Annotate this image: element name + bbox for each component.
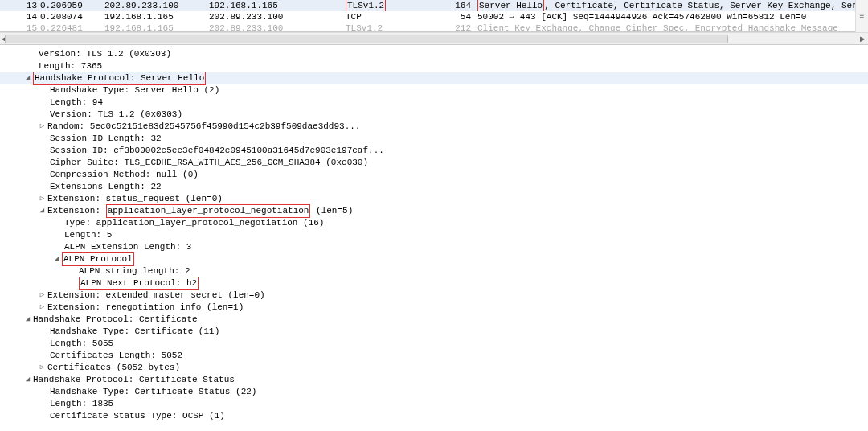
extension-status-request: Extension: status_request (len=0)	[47, 193, 223, 205]
expand-icon[interactable]: ◢	[24, 374, 31, 386]
field-length: Length: 94	[39, 96, 103, 109]
col-no: 15	[0, 23, 40, 32]
tree-row[interactable]: Extensions Length: 22	[0, 181, 868, 193]
tree-row[interactable]: ▷Certificates (5052 bytes)	[0, 362, 868, 374]
expand-icon[interactable]: ▷	[39, 193, 46, 205]
field-length: Length: 7365	[39, 60, 102, 72]
col-src: 202.89.233.100	[104, 0, 209, 11]
field-handshake-type: Handshake Type: Server Hello (2)	[39, 84, 219, 96]
expand-icon[interactable]: ◢	[39, 205, 46, 217]
tree-row[interactable]: Version: TLS 1.2 (0x0303)	[0, 109, 868, 121]
col-info: 50002 → 443 [ACK] Seq=1444944926 Ack=457…	[474, 11, 868, 23]
highlight-info: Server Hello	[477, 0, 544, 11]
tree-row[interactable]: ▷Random: 5ec0c52151e83d2545756f45990d154…	[0, 121, 868, 133]
tree-row[interactable]: Length: 5	[0, 229, 868, 241]
tree-row[interactable]: Type: application_layer_protocol_negotia…	[0, 217, 868, 229]
col-length: 164	[442, 0, 474, 11]
field-handshake-type: Handshake Type: Certificate Status (22)	[39, 386, 256, 398]
tree-row[interactable]: ◢ Extension: application_layer_protocol_…	[0, 205, 868, 217]
scroll-thumb[interactable]	[5, 35, 728, 43]
field-certificates-length: Certificates Length: 5052	[39, 350, 182, 362]
tree-row[interactable]: ▷Extension: status_request (len=0)	[0, 193, 868, 205]
col-protocol: TLSv1.2	[346, 0, 442, 11]
tree-row[interactable]: ◢Handshake Protocol: Certificate Status	[0, 374, 868, 386]
tree-row[interactable]: Session ID Length: 32	[0, 133, 868, 145]
tree-row[interactable]: Handshake Type: Certificate Status (22)	[0, 386, 868, 398]
col-protocol: TLSv1.2	[346, 23, 442, 32]
tree-row[interactable]: Certificate Status Type: OCSP (1)	[0, 410, 868, 422]
extension-alpn: Extension: application_layer_protocol_ne…	[47, 205, 353, 217]
tree-row[interactable]: Compression Method: null (0)	[0, 169, 868, 181]
field-cipher-suite: Cipher Suite: TLS_ECDHE_RSA_WITH_AES_256…	[39, 157, 368, 169]
col-dst: 202.89.233.100	[209, 11, 346, 23]
highlight-protocol: TLSv1.2	[346, 0, 386, 11]
alpn-protocol: ALPN Protocol	[62, 253, 134, 265]
field-handshake-type: Handshake Type: Certificate (11)	[39, 326, 219, 338]
packet-row[interactable]: 13 0.206959 202.89.233.100 192.168.1.165…	[0, 0, 868, 11]
col-length: 54	[442, 11, 474, 23]
packet-list: 13 0.206959 202.89.233.100 192.168.1.165…	[0, 0, 868, 32]
tree-row[interactable]: ◢Handshake Protocol: Certificate	[0, 314, 868, 326]
tree-row[interactable]: ◢ Handshake Protocol: Server Hello	[0, 72, 868, 84]
expand-icon[interactable]: ◢	[24, 72, 31, 84]
extension-renegotiation: Extension: renegotiation_info (len=1)	[47, 302, 244, 314]
col-time: 0.208074	[40, 11, 104, 23]
field-alpn-string-length: ALPN string length: 2	[68, 265, 190, 277]
field-extensions-length: Extensions Length: 22	[39, 181, 162, 193]
tree-row[interactable]: Length: 94	[0, 96, 868, 109]
expand-icon[interactable]: ▷	[39, 289, 46, 302]
tree-row[interactable]: ALPN Next Protocol: h2	[0, 277, 868, 289]
highlight-server-hello: Handshake Protocol: Server Hello	[33, 72, 206, 85]
packet-row[interactable]: 15 0.226481 192.168.1.165 202.89.233.100…	[0, 23, 868, 32]
info-rest: , Certificate, Certificate Status, Serve…	[544, 1, 868, 10]
field-alpn-ext-length: ALPN Extension Length: 3	[53, 241, 191, 253]
col-time: 0.226481	[40, 23, 104, 32]
tree-row[interactable]: Session ID: cf3b00002c5ee3ef04842c094510…	[0, 145, 868, 157]
vertical-scrollbar[interactable]: ≡	[855, 0, 868, 32]
field-compression: Compression Method: null (0)	[39, 169, 199, 181]
tree-row[interactable]: ALPN Extension Length: 3	[0, 241, 868, 253]
label-suffix: (len=5)	[310, 206, 353, 216]
tree-row[interactable]: Certificates Length: 5052	[0, 350, 868, 362]
tree-row[interactable]: ▷Extension: renegotiation_info (len=1)	[0, 302, 868, 314]
packet-row[interactable]: 14 0.208074 192.168.1.165 202.89.233.100…	[0, 11, 868, 23]
field-certstatus-type: Certificate Status Type: OCSP (1)	[39, 410, 225, 422]
expand-icon[interactable]: ▷	[39, 121, 46, 133]
field-alpn-type: Type: application_layer_protocol_negotia…	[53, 217, 324, 229]
col-length: 212	[442, 23, 474, 32]
tree-row[interactable]: Version: TLS 1.2 (0x0303)	[0, 48, 868, 60]
expand-icon[interactable]: ▷	[39, 362, 46, 374]
handshake-certificate-status: Handshake Protocol: Certificate Status	[33, 374, 235, 386]
packet-details-tree: Version: TLS 1.2 (0x0303) Length: 7365 ◢…	[0, 45, 868, 431]
field-length: Length: 5	[53, 229, 112, 241]
expand-icon[interactable]: ▷	[39, 302, 46, 314]
tree-row[interactable]: ALPN string length: 2	[0, 265, 868, 277]
handshake-server-hello: Handshake Protocol: Server Hello	[33, 72, 206, 84]
col-info: Server Hello, Certificate, Certificate S…	[474, 0, 868, 11]
extension-ems: Extension: extended_master_secret (len=0…	[47, 289, 265, 302]
col-dst: 192.168.1.165	[209, 0, 346, 11]
col-info: Client Key Exchange, Change Cipher Spec,…	[474, 23, 868, 32]
tree-row[interactable]: Cipher Suite: TLS_ECDHE_RSA_WITH_AES_256…	[0, 157, 868, 169]
field-random: Random: 5ec0c52151e83d2545756f45990d154c…	[47, 121, 360, 133]
label-prefix: Extension:	[47, 206, 106, 216]
expand-icon[interactable]: ◢	[24, 314, 31, 326]
horizontal-scrollbar[interactable]: ◄ ►	[0, 32, 868, 45]
tree-row[interactable]: Length: 1835	[0, 398, 868, 410]
tree-row[interactable]: Length: 5055	[0, 338, 868, 350]
field-version: Version: TLS 1.2 (0x0303)	[39, 109, 182, 121]
col-time: 0.206959	[40, 0, 104, 11]
tree-row[interactable]: Handshake Type: Server Hello (2)	[0, 84, 868, 96]
tree-row[interactable]: Handshake Type: Certificate (11)	[0, 326, 868, 338]
scroll-right-icon[interactable]: ►	[857, 34, 868, 44]
expand-icon[interactable]: ◢	[53, 253, 60, 265]
tree-row[interactable]: Length: 7365	[0, 60, 868, 72]
tree-row[interactable]: ▷Extension: extended_master_secret (len=…	[0, 289, 868, 302]
col-src: 192.168.1.165	[104, 11, 209, 23]
tree-row[interactable]: ◢ ALPN Protocol	[0, 253, 868, 265]
field-sessionid-length: Session ID Length: 32	[39, 133, 162, 145]
field-alpn-next-protocol: ALPN Next Protocol: h2	[68, 277, 199, 289]
field-sessionid: Session ID: cf3b00002c5ee3ef04842c094510…	[39, 145, 384, 157]
highlight-alpn-protocol: ALPN Protocol	[62, 252, 134, 266]
col-dst: 202.89.233.100	[209, 23, 346, 32]
